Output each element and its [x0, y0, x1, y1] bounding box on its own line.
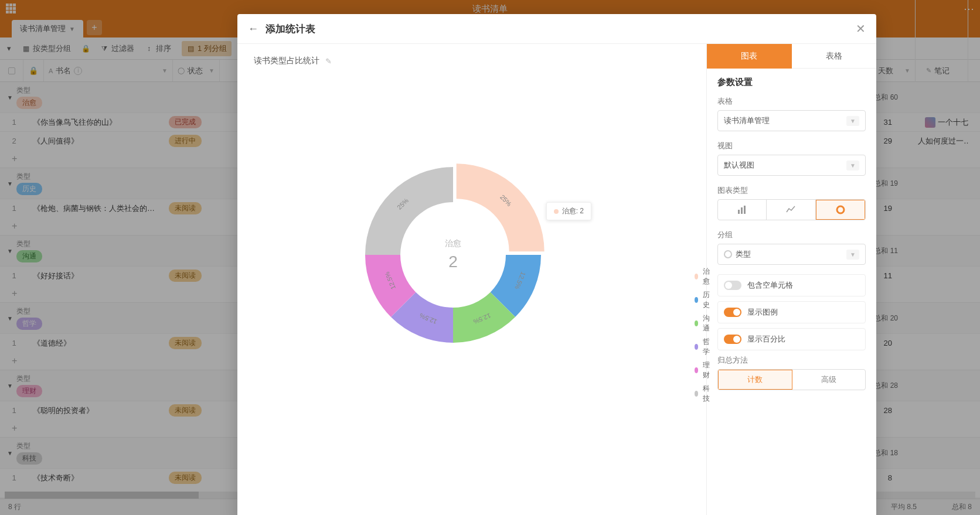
chart-slice[interactable]	[457, 163, 545, 251]
tab-table[interactable]: 表格	[792, 44, 877, 69]
chart-legend: 治愈历史沟通哲学理财科技	[695, 267, 712, 407]
group-select[interactable]: 类型▼	[717, 244, 866, 265]
legend-color-dot	[695, 274, 698, 279]
center-label: 治愈	[445, 238, 461, 249]
pie-chart-button[interactable]	[816, 200, 865, 220]
table-label: 表格	[717, 96, 866, 107]
chart-title: 读书类型占比统计	[254, 56, 319, 66]
legend-item[interactable]: 历史	[695, 290, 712, 310]
summary-advanced-button[interactable]: 高级	[792, 370, 866, 390]
pie-chart-icon	[836, 205, 845, 214]
modal-body: 读书类型占比统计 ✎ 治愈 2 治愈: 2 25%12.5%12.5%12.5%…	[237, 43, 876, 515]
add-chart-modal: ← 添加统计表 ✕ 读书类型占比统计 ✎ 治愈 2 治愈: 2	[237, 14, 876, 515]
table-select[interactable]: 读书清单管理▼	[717, 110, 866, 131]
settings-tabs: 图表 表格	[707, 44, 876, 69]
back-arrow-icon[interactable]: ←	[248, 23, 258, 35]
legend-color-dot	[695, 320, 698, 326]
svg-rect-1	[741, 207, 743, 214]
modal-title: 添加统计表	[266, 22, 315, 36]
caret-down-icon: ▼	[846, 250, 859, 260]
legend-color-dot	[695, 367, 698, 373]
svg-point-3	[837, 206, 844, 213]
chart-settings-panel: 图表 表格 参数设置 表格 读书清单管理▼ 视图 默认视图▼ 图表类型	[706, 44, 876, 515]
bar-chart-button[interactable]	[718, 200, 767, 220]
legend-item[interactable]: 沟通	[695, 313, 712, 333]
settings-content: 参数设置 表格 读书清单管理▼ 视图 默认视图▼ 图表类型	[707, 69, 876, 408]
bar-chart-icon	[737, 205, 747, 214]
legend-color-dot	[695, 391, 698, 397]
tooltip-color-dot	[554, 209, 559, 214]
tooltip-text: 治愈: 2	[562, 206, 584, 216]
view-select[interactable]: 默认视图▼	[717, 155, 866, 176]
include-empty-toggle[interactable]: 包含空单元格	[717, 274, 866, 296]
legend-item[interactable]: 科技	[695, 384, 712, 404]
view-label: 视图	[717, 141, 866, 151]
summary-label: 归总方法	[717, 355, 866, 366]
show-legend-toggle[interactable]: 显示图例	[717, 301, 866, 323]
toggle-switch[interactable]	[724, 308, 741, 317]
show-percent-toggle[interactable]: 显示百分比	[717, 328, 866, 350]
toggle-switch[interactable]	[724, 335, 741, 344]
center-value: 2	[445, 253, 461, 271]
toggle-switch[interactable]	[724, 281, 741, 290]
chart-type-selector	[717, 199, 866, 220]
chart-type-label: 图表类型	[717, 185, 866, 196]
circle-icon	[724, 250, 732, 258]
legend-item[interactable]: 治愈	[695, 267, 712, 287]
summary-selector: 计数 高级	[717, 369, 866, 390]
chart-preview-panel: 读书类型占比统计 ✎ 治愈 2 治愈: 2 25%12.5%12.5%12.5%…	[237, 44, 706, 515]
tab-chart[interactable]: 图表	[707, 44, 792, 69]
close-icon[interactable]: ✕	[856, 22, 866, 36]
edit-icon[interactable]: ✎	[325, 57, 332, 66]
line-chart-icon	[786, 205, 795, 214]
line-chart-button[interactable]	[767, 200, 815, 220]
legend-color-dot	[695, 344, 698, 350]
modal-header: ← 添加统计表 ✕	[237, 14, 876, 43]
donut-chart: 治愈 2 治愈: 2 25%12.5%12.5%12.5%12.5%25%	[359, 161, 547, 349]
chart-slice[interactable]	[365, 167, 453, 255]
svg-rect-0	[738, 210, 740, 214]
chart-tooltip: 治愈: 2	[546, 202, 591, 220]
caret-down-icon: ▼	[846, 116, 859, 126]
caret-down-icon: ▼	[846, 161, 859, 170]
svg-rect-2	[744, 206, 746, 214]
settings-title: 参数设置	[717, 77, 866, 88]
legend-item[interactable]: 理财	[695, 360, 712, 380]
group-label: 分组	[717, 230, 866, 240]
legend-color-dot	[695, 297, 698, 303]
legend-item[interactable]: 哲学	[695, 337, 712, 357]
donut-center: 治愈 2	[445, 238, 461, 271]
summary-count-button[interactable]: 计数	[718, 370, 792, 390]
